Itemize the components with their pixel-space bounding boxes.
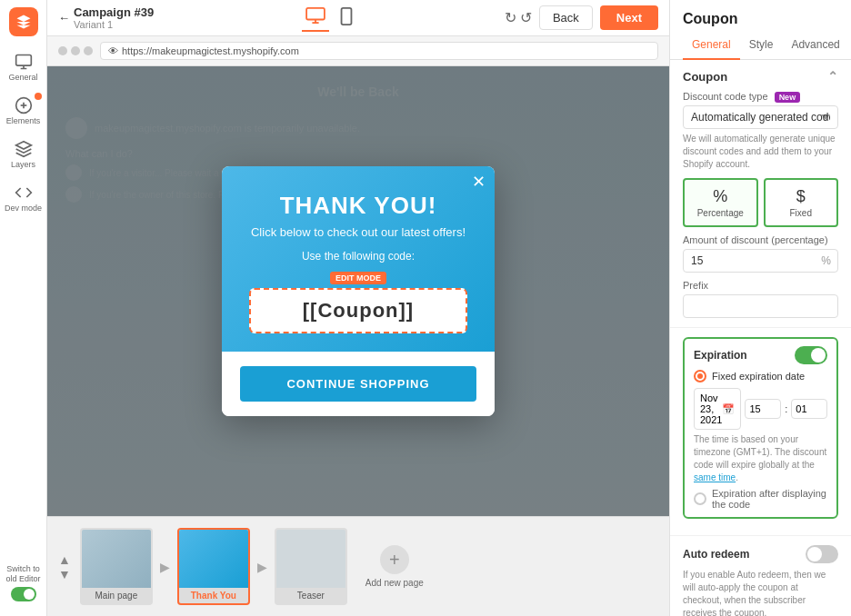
discount-help-text: We will automatically generate unique di… (683, 133, 838, 171)
mobile-icon[interactable] (336, 4, 356, 32)
percentage-button[interactable]: % Percentage (683, 178, 758, 227)
browser-bar: 👁 https://makeupmagictest.myshopify.com (47, 36, 669, 66)
expiration-header: Expiration (694, 346, 827, 364)
fixed-radio[interactable] (694, 370, 706, 383)
next-button[interactable]: Next (600, 5, 658, 30)
tab-advanced[interactable]: Advanced (782, 31, 848, 60)
coupon-section: Coupon ⌃ Discount code type New Automati… (670, 60, 851, 328)
browser-dots (58, 46, 93, 55)
desktop-icon[interactable] (302, 4, 329, 32)
logo (9, 7, 38, 36)
preview-area: 👁 https://makeupmagictest.myshopify.com … (47, 36, 669, 616)
timezone-note: The time is based on your timezone (GMT+… (694, 433, 827, 484)
elements-dot (35, 93, 42, 100)
after-display-label: Expiration after displaying the code (712, 488, 827, 510)
amount-input[interactable] (683, 249, 838, 273)
svg-rect-8 (342, 8, 352, 25)
dot-green (84, 46, 93, 55)
percentage-symbol: % (713, 187, 727, 206)
date-time-row: Nov 23, 2021 📅 0001020304050607080910111… (694, 388, 827, 430)
add-page-label: Add new page (365, 578, 424, 588)
sidebar-item-elements[interactable]: Elements (4, 91, 44, 131)
layers-label: Layers (11, 160, 35, 169)
top-bar-actions: Back Next (539, 5, 658, 30)
expiration-box: Expiration Fixed expiration date Nov 23,… (683, 337, 838, 519)
browser-url-bar[interactable]: 👁 https://makeupmagictest.myshopify.com (100, 42, 658, 60)
sidebar-item-layers[interactable]: Layers (4, 134, 44, 174)
undo-redo-controls: ↻ ↺ (505, 9, 532, 26)
tab-general[interactable]: General (683, 31, 740, 60)
expiration-label: Expiration (694, 349, 747, 362)
same-time-link[interactable]: same time (694, 472, 736, 482)
date-picker[interactable]: Nov 23, 2021 📅 (694, 388, 741, 430)
popup-top: ✕ THANK YOU! Click below to check out ou… (222, 166, 495, 352)
hour-select[interactable]: 0001020304050607080910111213141516171819… (745, 399, 781, 419)
expiration-toggle[interactable] (795, 346, 827, 364)
percentage-label: Percentage (697, 208, 744, 218)
popup-code-display[interactable]: [[Coupon]] (249, 288, 467, 333)
campaign-title: Campaign #39 (74, 5, 154, 19)
auto-redeem-row: Auto redeem (683, 545, 838, 563)
svg-rect-0 (15, 55, 31, 66)
sidebar-item-devmode[interactable]: Dev mode (4, 178, 44, 218)
devmode-label: Dev mode (5, 204, 42, 213)
amount-label: Amount of discount (percentage) (683, 234, 838, 245)
popup-close-button[interactable]: ✕ (472, 172, 486, 192)
minute-select[interactable]: 0001020304050607080910111213141516171819… (791, 399, 827, 419)
popup-cta-button[interactable]: CONTINUE SHOPPING (240, 366, 476, 402)
popup-code-label: Use the following code: (240, 250, 476, 263)
after-display-radio[interactable] (694, 492, 706, 505)
dot-yellow (71, 46, 80, 55)
coupon-section-label: Coupon (683, 70, 727, 84)
auto-redeem-section: Auto redeem If you enable Auto redeem, t… (670, 536, 851, 616)
sidebar-item-display[interactable]: General (4, 47, 44, 87)
date-value: Nov 23, 2021 (700, 392, 722, 425)
tab-style[interactable]: Style (740, 31, 783, 60)
scroll-up-icon[interactable]: ▲ (58, 552, 71, 567)
arrow-right-icon: ▶ (160, 560, 170, 574)
new-badge: New (775, 92, 801, 103)
popup-overlay: ✕ THANK YOU! Click below to check out ou… (47, 66, 669, 516)
switch-to-old[interactable]: Switch to old Editor (0, 557, 46, 609)
collapse-icon[interactable]: ⌃ (827, 69, 838, 84)
popup-subtitle: Click below to check out our latest offe… (240, 225, 476, 239)
right-panel: Coupon General Style Advanced Coupon ⌃ D… (669, 0, 851, 616)
auto-redeem-toggle[interactable] (806, 545, 838, 563)
arrow-right-icon-2: ▶ (257, 560, 267, 574)
campaign-variant: Variant 1 (74, 19, 154, 30)
url-text: https://makeupmagictest.myshopify.com (122, 45, 299, 56)
fixed-symbol: $ (796, 187, 806, 206)
edit-mode-badge: EDIT MODE (330, 272, 386, 284)
svg-marker-4 (15, 142, 31, 149)
panel-title: Coupon (670, 0, 851, 31)
fixed-expiration-label: Fixed expiration date (712, 371, 805, 382)
popup-bottom: CONTINUE SHOPPING (222, 352, 495, 416)
scroll-down-icon[interactable]: ▼ (58, 567, 71, 581)
top-bar: ← Campaign #39 Variant 1 ↻ ↺ Back Next (47, 0, 669, 36)
back-to-campaign[interactable]: ← Campaign #39 Variant 1 (58, 5, 154, 30)
coupon-section-header[interactable]: Coupon ⌃ (683, 69, 838, 84)
after-display-option[interactable]: Expiration after displaying the code (694, 488, 827, 510)
discount-code-type-select[interactable]: Automatically generated codesFixed codeN… (683, 105, 838, 129)
preview-frame: We'll be Back makeupmagictest.myshopify.… (47, 66, 669, 516)
page-thumbnail-thankyou[interactable]: Thank You (177, 528, 250, 605)
auto-redeem-description: If you enable Auto redeem, then we will … (683, 569, 838, 616)
elements-label: Elements (6, 116, 41, 125)
prefix-input[interactable] (683, 294, 838, 318)
auto-redeem-label: Auto redeem (683, 548, 749, 561)
prefix-label: Prefix (683, 280, 838, 291)
amount-suffix: % (821, 254, 831, 267)
device-switcher (302, 4, 356, 32)
fixed-button[interactable]: $ Fixed (764, 178, 839, 227)
popup-box[interactable]: ✕ THANK YOU! Click below to check out ou… (222, 166, 495, 416)
undo-button[interactable]: ↻ (505, 9, 516, 26)
redo-button[interactable]: ↺ (520, 9, 532, 26)
back-button[interactable]: Back (539, 5, 593, 30)
discount-code-type-label: Discount code type New (683, 91, 838, 102)
fixed-expiration-option[interactable]: Fixed expiration date (694, 370, 827, 383)
svg-rect-5 (306, 8, 325, 20)
page-thumbnail-main[interactable]: Main page (80, 528, 153, 605)
old-editor-toggle[interactable] (11, 587, 36, 601)
page-thumbnail-teaser[interactable]: Teaser (275, 528, 347, 605)
add-new-page-button[interactable]: + Add new page (365, 545, 424, 588)
